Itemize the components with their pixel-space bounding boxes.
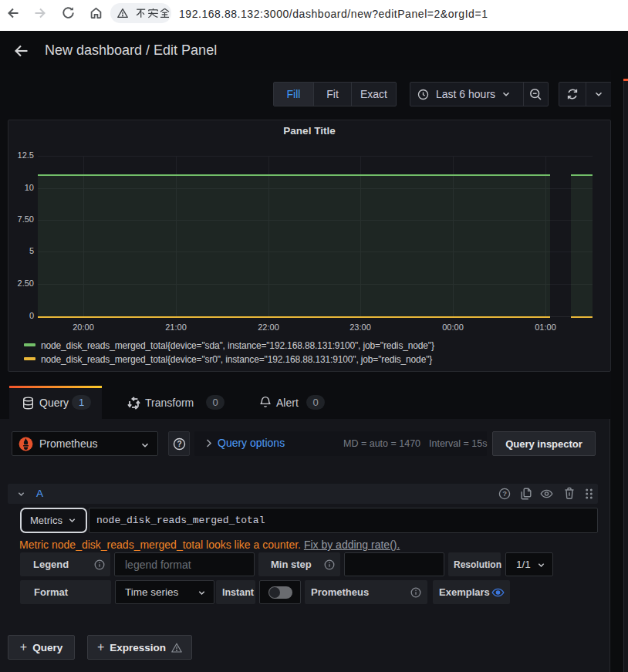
- svg-text:?: ?: [177, 440, 181, 448]
- svg-text:?: ?: [502, 489, 507, 498]
